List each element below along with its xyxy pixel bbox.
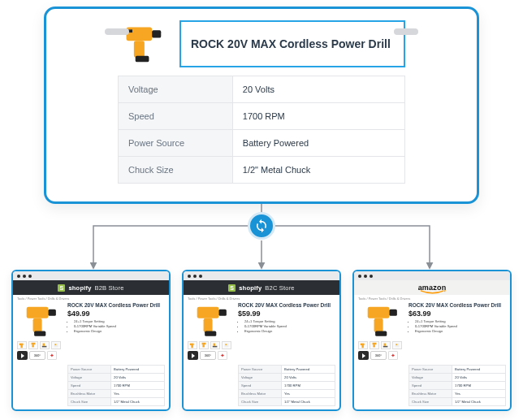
play-video-button[interactable]: [188, 351, 198, 360]
spec-label: Voltage: [409, 374, 452, 381]
thumbnail[interactable]: [358, 341, 368, 349]
thumbnail[interactable]: [188, 341, 197, 349]
badge-icon: ✦: [218, 351, 227, 360]
svg-rect-4: [136, 56, 149, 62]
spec-label: Voltage: [239, 374, 282, 381]
svg-rect-36: [373, 343, 377, 344]
spec-label: Chuck Size: [119, 157, 233, 183]
svg-rect-41: [395, 344, 397, 345]
spec-value: Battery Powered: [233, 130, 404, 156]
spec-label: Power Source: [119, 130, 233, 156]
store-hero: S shopify B2C Store: [184, 280, 339, 295]
browser-chrome: [13, 271, 169, 280]
spec-value: 20 Volts: [111, 374, 164, 381]
spec-label: Voltage: [68, 374, 111, 381]
store-hero: amazon: [354, 280, 510, 295]
svg-rect-9: [34, 331, 45, 336]
product-title-box[interactable]: ROCK 20V MAX Cordless Power Drill: [179, 20, 405, 67]
rotate-360-button[interactable]: 360°: [200, 351, 216, 360]
product-image: [358, 302, 405, 340]
svg-rect-24: [202, 343, 206, 344]
svg-rect-21: [205, 331, 216, 336]
rotate-360-button[interactable]: 360°: [370, 351, 387, 360]
product-price: $59.99: [238, 310, 335, 318]
spec-row: Voltage 20 Volts: [119, 76, 404, 103]
svg-rect-18: [197, 307, 219, 318]
svg-rect-3: [134, 41, 145, 57]
product-title: ROCK 20V MAX Cordless Power Drill: [67, 302, 165, 308]
thumbnail[interactable]: [40, 341, 50, 349]
spec-label: Speed: [409, 382, 452, 389]
spec-value: 1700 RPM: [282, 382, 335, 389]
spec-label: Chuck Size: [239, 398, 282, 405]
svg-rect-19: [218, 310, 226, 316]
spec-label: Power Source: [239, 366, 282, 373]
thumbnail[interactable]: [381, 341, 391, 349]
carousel-handle-right[interactable]: [394, 28, 418, 35]
spec-row: Speed 1700 RPM: [119, 103, 404, 130]
thumbnail[interactable]: [199, 341, 209, 349]
spec-value: Yes: [282, 390, 335, 397]
svg-rect-8: [33, 318, 42, 332]
spec-label: Voltage: [119, 76, 233, 102]
bullet: Ergonomic Design: [244, 329, 335, 334]
store-label: B2B Store: [95, 284, 124, 292]
svg-rect-32: [374, 318, 383, 332]
thumbnail[interactable]: [28, 341, 38, 349]
spec-value: 1700 RPM: [111, 382, 164, 389]
breadcrumb[interactable]: Tools / Power Tools / Drills & Drivers: [354, 295, 510, 301]
badge-icon: ✦: [47, 351, 57, 360]
product-image: [118, 20, 168, 67]
mini-spec-table: Power SourceBattery Powered Voltage20 Vo…: [408, 365, 506, 406]
product-price: $63.99: [408, 310, 506, 318]
shopify-icon: S: [58, 284, 65, 292]
spec-label: Brushless Motor: [68, 390, 111, 397]
carousel-handle-left[interactable]: [105, 28, 129, 35]
play-video-button[interactable]: [358, 351, 369, 360]
spec-value: 20 Volts: [452, 374, 505, 381]
svg-rect-2: [152, 30, 161, 37]
spec-row: Chuck Size 1/2" Metal Chuck: [119, 157, 404, 183]
thumbnail-row: [188, 341, 235, 349]
thumbnail[interactable]: [17, 341, 27, 349]
svg-rect-12: [32, 343, 36, 344]
thumbnail[interactable]: [370, 341, 379, 349]
svg-rect-37: [373, 344, 374, 347]
svg-rect-31: [389, 310, 396, 316]
thumbnail[interactable]: [222, 341, 231, 349]
play-video-button[interactable]: [17, 351, 28, 360]
shopify-icon: S: [228, 284, 236, 292]
spec-value: Battery Powered: [282, 366, 335, 373]
svg-rect-15: [43, 344, 45, 346]
spec-label: Chuck Size: [409, 398, 452, 405]
svg-rect-29: [225, 344, 227, 345]
breadcrumb[interactable]: Tools / Power Tools / Drills & Drivers: [13, 295, 169, 301]
thumbnail[interactable]: [51, 341, 61, 349]
badge-icon: ✦: [388, 351, 398, 360]
svg-rect-14: [42, 346, 47, 348]
feature-bullets: 24+1 Torque Setting 0-1700RPM Variable S…: [408, 319, 506, 334]
spec-value: 1/2" Metal Chuck: [233, 157, 404, 183]
svg-rect-1: [127, 28, 153, 41]
product-title: ROCK 20V MAX Cordless Power Drill: [408, 302, 506, 308]
svg-rect-34: [361, 344, 365, 345]
spec-label: Power Source: [409, 366, 452, 373]
spec-value: 1700 RPM: [452, 382, 505, 389]
thumbnail-row: [358, 341, 405, 349]
spec-value: Battery Powered: [111, 366, 164, 373]
svg-rect-22: [190, 344, 194, 345]
brand-text: shopify: [239, 284, 262, 292]
amazon-smile-icon: [418, 290, 447, 294]
store-hero: S shopify B2B Store: [13, 280, 169, 295]
store-card-b2c: S shopify B2C Store Tools / Power Tools …: [182, 270, 341, 411]
spec-value: Battery Powered: [452, 366, 505, 373]
rotate-360-button[interactable]: 360°: [29, 351, 45, 360]
thumbnail[interactable]: [392, 341, 402, 349]
sync-icon: [248, 212, 275, 240]
breadcrumb[interactable]: Tools / Power Tools / Drills & Drivers: [184, 295, 339, 301]
spec-label: Speed: [119, 103, 233, 129]
thumbnail-row: [17, 341, 64, 349]
spec-label: Brushless Motor: [409, 390, 452, 397]
product-image: [17, 302, 64, 340]
thumbnail[interactable]: [210, 341, 220, 349]
